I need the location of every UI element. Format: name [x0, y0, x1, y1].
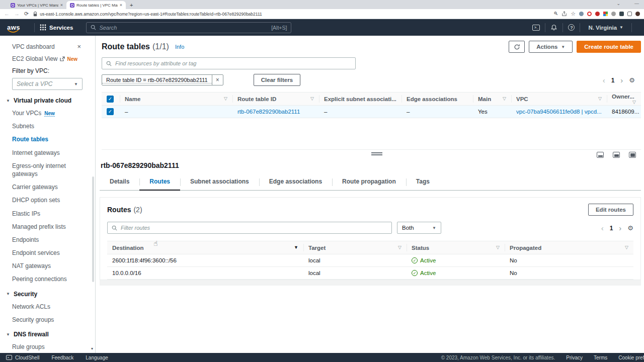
back-icon[interactable]: ← — [4, 11, 10, 17]
sidebar-item-route-tables[interactable]: Route tables — [12, 135, 95, 143]
tab-routes[interactable]: Routes — [139, 174, 180, 191]
profile-avatar[interactable] — [635, 12, 640, 16]
sidebar-item-security-groups[interactable]: Security groups — [12, 316, 95, 324]
sidebar-item-nat-gateways[interactable]: NAT gateways — [12, 262, 95, 270]
tab-tags[interactable]: Tags — [406, 174, 440, 190]
sidebar-item-egress-only[interactable]: Egress-only internet gateways — [12, 162, 95, 178]
notifications-bell-icon[interactable] — [550, 24, 557, 31]
settings-gear-icon[interactable]: ⚙ — [629, 76, 635, 84]
vpc-select-dropdown[interactable]: Select a VPC ▼ — [12, 78, 83, 90]
sort-icon[interactable]: ▽ — [503, 96, 506, 101]
aws-logo[interactable]: aws — [7, 24, 20, 31]
window-minimize-icon[interactable]: — — [634, 1, 639, 6]
extension-icon[interactable] — [611, 12, 616, 16]
address-bar[interactable]: us-east-1.console.aws.amazon.com/vpc/hom… — [33, 12, 549, 17]
sidebar-section-dns-firewall[interactable]: ▼ DNS firewall — [6, 331, 95, 338]
split-panel-divider[interactable] — [102, 149, 641, 157]
window-icon[interactable] — [627, 12, 632, 16]
sort-icon[interactable]: ▽ — [496, 245, 500, 250]
refresh-button[interactable] — [509, 41, 525, 53]
tab-details[interactable]: Details — [100, 174, 139, 190]
panel-size-small-icon[interactable] — [597, 152, 604, 158]
drag-handle-icon[interactable] — [371, 152, 382, 156]
sort-icon[interactable]: ▽ — [632, 100, 636, 105]
route-type-select[interactable]: Both ▼ — [397, 222, 441, 234]
sidebar-item-endpoint-services[interactable]: Endpoint services — [12, 249, 95, 257]
sidebar-item-vpc-dashboard[interactable]: VPC dashboard — [12, 43, 55, 50]
sidebar-item-managed-prefix-lists[interactable]: Managed prefix lists — [12, 223, 95, 231]
footer-cloudshell[interactable]: >_ CloudShell — [6, 355, 39, 360]
share-icon[interactable] — [561, 11, 567, 17]
browser-tab-route-tables[interactable]: Route tables | VPC Managemen × — [66, 1, 126, 9]
filter-chip-label[interactable]: Route table ID = rtb-067e829290bab2111 — [102, 77, 212, 83]
sidebar-section-security[interactable]: ▼ Security — [6, 291, 95, 298]
help-icon[interactable]: ? — [568, 24, 575, 31]
sidebar-item-dhcp-option-sets[interactable]: DHCP option sets — [12, 196, 95, 204]
services-menu[interactable]: Services — [40, 24, 73, 31]
forward-icon[interactable]: → — [14, 11, 20, 17]
sidebar-scrollbar[interactable] — [92, 176, 94, 282]
tab-subnet-associations[interactable]: Subnet associations — [180, 174, 259, 190]
create-route-table-button[interactable]: Create route table — [577, 41, 641, 53]
sort-icon[interactable]: ▽ — [224, 96, 227, 101]
remove-filter-icon[interactable]: × — [212, 75, 223, 85]
route-table-id-link[interactable]: rtb-067e829290bab2111 — [237, 109, 300, 115]
global-search-input[interactable]: Search [Alt+S] — [86, 22, 291, 33]
tab-route-propagation[interactable]: Route propagation — [332, 174, 406, 190]
settings-gear-icon[interactable]: ⚙ — [627, 224, 633, 232]
sidebar-item-elastic-ips[interactable]: Elastic IPs — [12, 210, 95, 218]
zoom-icon[interactable]: 🔍︎ — [553, 12, 558, 16]
route-row[interactable]: 10.0.0.0/16 local ✓Active No — [107, 267, 633, 280]
column-header-name[interactable]: Name▽ — [120, 93, 232, 106]
tab-edge-associations[interactable]: Edge associations — [259, 174, 332, 190]
page-number[interactable]: 1 — [610, 225, 613, 232]
column-header-edge-associations[interactable]: Edge associations — [401, 93, 473, 106]
column-header-propagated[interactable]: Propagated▽ — [505, 241, 633, 254]
extension-icon[interactable] — [603, 12, 608, 16]
sort-icon[interactable]: ▽ — [598, 96, 602, 101]
column-header-destination[interactable]: Destination▼ — [107, 241, 303, 254]
previous-page-icon[interactable]: ‹ — [601, 224, 604, 232]
footer-cookie-preferences[interactable]: Cookie preferences — [618, 355, 644, 360]
sidebar-section-vpc[interactable]: ▼ Virtual private cloud — [6, 97, 95, 104]
sidebar-item-ec2-global-view[interactable]: EC2 Global View — [12, 55, 58, 62]
tab-close-icon[interactable]: × — [120, 3, 122, 8]
cloudshell-icon[interactable]: >_ — [532, 25, 540, 31]
filter-routes-input[interactable]: Filter routes — [107, 222, 392, 234]
sidebar-item-endpoints[interactable]: Endpoints — [12, 236, 95, 244]
page-number[interactable]: 1 — [611, 77, 615, 84]
edit-routes-button[interactable]: Edit routes — [588, 204, 633, 216]
info-link[interactable]: Info — [175, 44, 184, 50]
sidebar-item-peering-connections[interactable]: Peering connections — [12, 275, 95, 283]
extension-icon[interactable] — [587, 12, 592, 16]
reload-icon[interactable]: ⟳ — [24, 11, 29, 17]
column-header-explicit-subnet[interactable]: Explicit subnet associati... — [319, 93, 401, 106]
sort-icon[interactable]: ▽ — [398, 245, 401, 250]
sort-icon[interactable]: ▽ — [625, 245, 628, 250]
column-header-target[interactable]: Target▽ — [303, 241, 407, 254]
column-header-route-table-id[interactable]: Route table ID▽ — [232, 93, 319, 106]
column-header-owner[interactable]: Owner...▽ — [607, 93, 641, 106]
find-resources-input[interactable]: Find resources by attribute or tag — [102, 57, 356, 69]
previous-page-icon[interactable]: ‹ — [603, 76, 605, 84]
sidebar-item-your-vpcs[interactable]: Your VPCsNew — [12, 109, 95, 117]
panel-size-medium-icon[interactable] — [613, 152, 620, 158]
column-header-vpc[interactable]: VPC▽ — [511, 93, 607, 106]
column-header-status[interactable]: Status▽ — [407, 241, 505, 254]
sidebar-item-carrier-gateways[interactable]: Carrier gateways — [12, 183, 95, 191]
sort-icon-active[interactable]: ▼ — [294, 245, 298, 250]
sidebar-item-subnets[interactable]: Subnets — [12, 122, 95, 130]
next-page-icon[interactable]: › — [619, 224, 621, 232]
panel-size-large-icon[interactable] — [629, 152, 636, 158]
row-checkbox[interactable]: ✓ — [107, 108, 114, 115]
route-row[interactable]: 2600:1f18:4f96:3600::/56 local ✓Active N… — [107, 254, 633, 267]
column-header-main[interactable]: Main▽ — [473, 93, 511, 106]
sidebar-item-rule-groups[interactable]: Rule groups — [12, 343, 95, 351]
bookmark-star-icon[interactable]: ☆ — [571, 11, 576, 17]
sort-icon[interactable]: ▽ — [310, 96, 314, 101]
table-row[interactable]: ✓ – rtb-067e829290bab2111 – – Yes vpc-07… — [102, 106, 641, 118]
footer-feedback[interactable]: Feedback — [51, 355, 73, 360]
sidebar-scroll-down-icon[interactable]: ▾ — [91, 346, 93, 351]
select-all-checkbox[interactable]: ✓ — [107, 96, 114, 103]
clear-filters-button[interactable]: Clear filters — [254, 74, 300, 86]
